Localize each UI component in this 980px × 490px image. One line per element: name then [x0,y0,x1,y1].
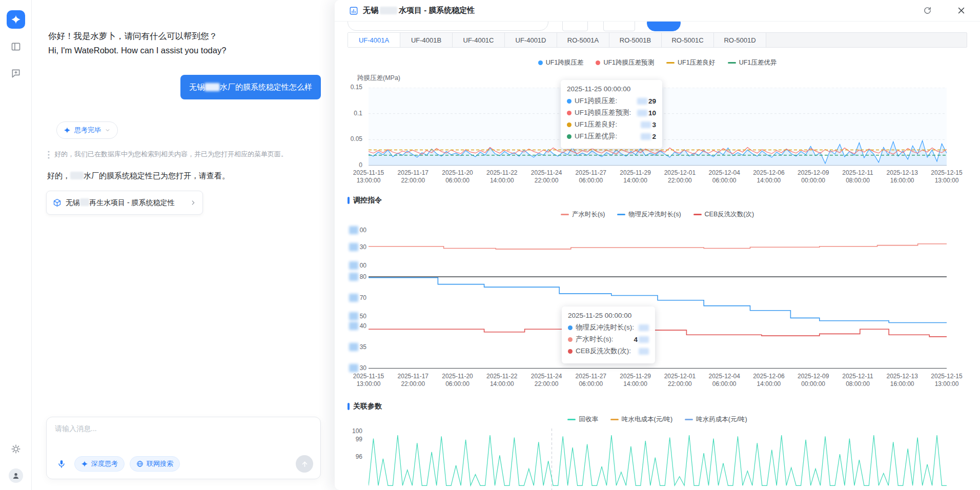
new-chat-icon[interactable] [11,68,21,78]
legend-marker [596,60,600,65]
app-logo[interactable] [7,10,25,29]
x-tick-label: 2025-11-2422:00:00 [531,373,562,388]
tooltip-label: UF1跨膜压差预测: [575,108,631,117]
assistant-reply-prefix: 好的， [47,171,70,180]
y-tick-fragment: 30 [360,243,366,251]
y-axis-redacted-label: 40 [349,322,366,330]
tab-RO-5001A[interactable]: RO-5001A [557,33,609,47]
user-message-suffix: 水厂的膜系统稳定性怎么样 [220,83,312,91]
tab-UF-4001C[interactable]: UF-4001C [453,33,505,47]
chart2-plot [369,228,947,369]
legend-item[interactable]: UF1跨膜压差预测 [596,58,654,67]
tooltip-label: UF1跨膜压差: [575,96,617,106]
legend-item[interactable]: 吨水电成本(元/吨) [610,415,672,424]
x-tick-label: 2025-11-1513:00:00 [353,169,384,185]
assistant-greeting: 你好！我是水萝卜，请问有什么可以帮到您？ Hi, I'm WateRobot. … [48,29,226,57]
tooltip-label: 产水时长(s): [576,335,614,344]
section-bar [348,197,350,204]
legend-label: 产水时长(s) [572,210,605,219]
x-tick-label: 2025-12-1316:00:00 [886,373,917,388]
user-avatar[interactable] [9,468,23,483]
toolbar-button-1[interactable] [562,22,588,31]
tab-RO-5001C[interactable]: RO-5001C [662,33,714,47]
toolbar-button-primary[interactable] [647,22,681,31]
tooltip-value: 2 [641,133,656,140]
x-tick-label: 2025-11-2214:00:00 [486,169,518,185]
redaction-patch [349,261,358,270]
tab-UF-4001B[interactable]: UF-4001B [400,33,453,47]
legend-item[interactable]: CEB反洗次数(次) [693,210,754,219]
assistant-reply-suffix: 水厂的膜系统稳定性已为您打开，请查看。 [84,171,230,180]
close-button[interactable] [954,4,968,17]
tooltip-value [639,324,649,331]
tooltip-title: 2025-11-25 00:00:00 [568,312,649,319]
chart3-y-axis: 1009996 [339,428,365,490]
redaction-patch [349,243,358,251]
tab-UF-4001A[interactable]: UF-4001A [348,33,400,47]
legend-item[interactable]: 回收率 [567,415,598,424]
steps-dots-icon [47,150,50,159]
mic-button[interactable] [54,456,69,472]
cube-icon [53,198,62,207]
legend-item[interactable]: UF1跨膜压差 [538,58,584,67]
x-tick-label: 2025-12-0900:00:00 [798,169,829,185]
icon-rail [0,0,32,490]
legend-marker [617,214,625,215]
assistant-note-text: 好的，我们已在数据库中为您检索到相关内容，并已为您打开相应的菜单页面。 [54,150,288,159]
chart1-x-axis: 2025-11-1513:00:002025-11-1722:00:002025… [369,169,947,187]
screen: 你好！我是水萝卜，请问有什么可以帮到您？ Hi, I'm WateRobot. … [0,0,980,490]
legend-marker [666,62,675,64]
refresh-button[interactable] [921,4,934,17]
redacted-text [80,198,89,206]
redaction-patch [641,133,651,140]
tab-RO-5001B[interactable]: RO-5001B [609,33,662,47]
search-input[interactable] [348,22,548,31]
tab-UF-4001D[interactable]: UF-4001D [505,33,557,47]
y-tick-label: 96 [339,453,362,460]
redaction-patch [349,226,358,234]
legend-item[interactable]: 吨水药成本(元/吨) [685,415,747,424]
message-input[interactable] [55,424,311,449]
deep-think-button[interactable]: 深度思考 [74,456,125,472]
legend-item[interactable]: UF1压差优异 [728,58,777,67]
tab-RO-5001D[interactable]: RO-5001D [714,33,766,47]
tooltip-value: 29 [637,97,656,105]
workspace-panel-icon[interactable] [11,42,21,52]
thinking-status-pill[interactable]: 思考完毕 [56,121,118,139]
x-tick-label: 2025-12-1513:00:00 [931,373,962,388]
redaction-patch [639,348,649,355]
globe-icon [136,460,144,467]
toolbar-button-2[interactable] [603,22,635,31]
assistant-note: 好的，我们已在数据库中为您检索到相关内容，并已为您打开相应的菜单页面。 [47,150,324,159]
legend-marker [538,60,543,65]
tooltip-row: UF1跨膜压差预测:10 [567,108,656,117]
send-button[interactable] [296,455,313,473]
web-search-button[interactable]: 联网搜索 [130,456,180,472]
x-tick-label: 2025-12-0406:00:00 [708,373,740,388]
y-tick-label: 0.1 [339,110,362,117]
redaction-patch [637,110,647,116]
x-tick-label: 2025-12-0122:00:00 [664,373,696,388]
refresh-icon [923,6,932,15]
legend-label: 回收率 [579,415,598,424]
chart2-y-axis: 003000807050403530 [342,228,366,369]
redaction-patch [637,98,647,105]
y-axis-redacted-label: 00 [349,261,366,270]
legend-item[interactable]: 产水时长(s) [561,210,605,219]
y-tick-label: 0.05 [339,135,362,142]
close-icon [957,6,966,15]
result-link-card[interactable]: 无锡再生水项目 - 膜系统稳定性 [46,191,203,215]
redaction-patch [639,324,649,331]
tooltip-value: 10 [637,109,656,117]
legend-label: UF1跨膜压差预测 [603,58,654,67]
y-axis-redacted-label: 30 [349,243,366,251]
legend-item[interactable]: UF1压差良好 [666,58,716,67]
user-message-prefix: 无锡 [189,83,205,91]
web-search-label: 联网搜索 [147,459,173,468]
tooltip-row: UF1压差优异:2 [567,132,656,141]
legend-item[interactable]: 物理反冲洗时长(s) [617,210,681,219]
settings-gear-icon[interactable] [11,444,21,454]
toolbar-clipped [335,22,980,32]
x-tick-label: 2025-11-1513:00:00 [353,373,384,388]
tooltip-row: CEB反洗次数(次): [568,346,649,356]
